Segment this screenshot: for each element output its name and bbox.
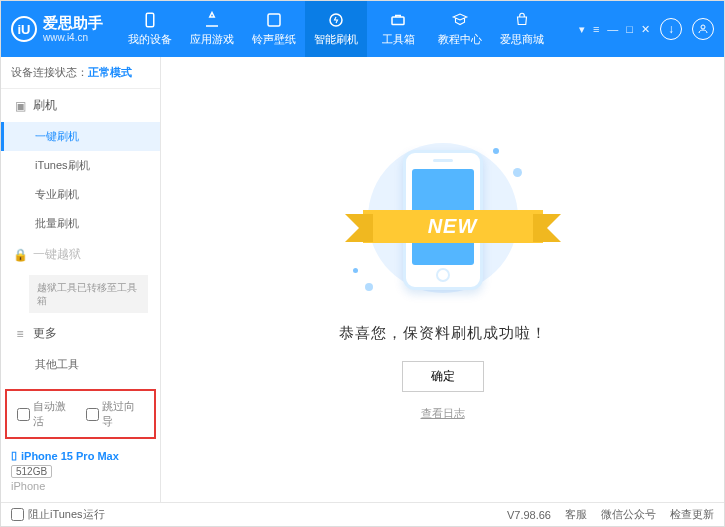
success-message: 恭喜您，保资料刷机成功啦！ <box>339 324 547 343</box>
sidebar-other-tools[interactable]: 其他工具 <box>1 350 160 379</box>
app-url: www.i4.cn <box>43 32 103 43</box>
options-highlight: 自动激活 跳过向导 <box>5 389 156 439</box>
sidebar-download-firmware[interactable]: 下载固件 <box>1 379 160 385</box>
main-nav: 我的设备 应用游戏 铃声壁纸 智能刷机 工具箱 教程中心 爱思商城 <box>119 1 553 57</box>
footer: 阻止iTunes运行 V7.98.66 客服 微信公众号 检查更新 <box>1 502 724 526</box>
tutorial-icon <box>451 11 469 29</box>
svg-rect-1 <box>268 14 280 26</box>
group-more[interactable]: ≡更多 <box>1 317 160 350</box>
close-icon[interactable]: ✕ <box>641 23 650 36</box>
more-icon: ≡ <box>13 327 27 341</box>
logo: iU 爱思助手 www.i4.cn <box>11 15 103 43</box>
sidebar-pro-flash[interactable]: 专业刷机 <box>1 180 160 209</box>
maximize-icon[interactable]: □ <box>626 23 633 36</box>
jailbreak-note: 越狱工具已转移至工具箱 <box>29 275 148 313</box>
lock-icon: 🔒 <box>13 248 27 262</box>
nav-store[interactable]: 爱思商城 <box>491 1 553 57</box>
window-controls: ▾ ≡ ― □ ✕ <box>579 23 650 36</box>
nav-ringtones[interactable]: 铃声壁纸 <box>243 1 305 57</box>
phone-icon: ▯ <box>11 449 17 462</box>
sidebar-oneclick-flash[interactable]: 一键刷机 <box>1 122 160 151</box>
main-content: NEW 恭喜您，保资料刷机成功啦！ 确定 查看日志 <box>161 57 724 502</box>
nav-smart-flash[interactable]: 智能刷机 <box>305 1 367 57</box>
toolbox-icon <box>389 11 407 29</box>
minimize-icon[interactable]: ― <box>607 23 618 36</box>
svg-rect-3 <box>392 17 404 25</box>
new-ribbon: NEW <box>363 210 543 243</box>
device-icon <box>141 11 159 29</box>
svg-point-4 <box>701 25 705 29</box>
logo-icon: iU <box>11 16 37 42</box>
block-itunes-checkbox[interactable]: 阻止iTunes运行 <box>11 507 105 522</box>
svg-rect-0 <box>146 13 154 27</box>
download-button[interactable]: ↓ <box>660 18 682 40</box>
menu-icon[interactable]: ▾ <box>579 23 585 36</box>
flash-group-icon: ▣ <box>13 99 27 113</box>
app-header: iU 爱思助手 www.i4.cn 我的设备 应用游戏 铃声壁纸 智能刷机 工具… <box>1 1 724 57</box>
success-illustration: NEW <box>353 138 533 308</box>
flash-icon <box>327 11 345 29</box>
apps-icon <box>203 11 221 29</box>
sidebar-batch-flash[interactable]: 批量刷机 <box>1 209 160 238</box>
app-title: 爱思助手 <box>43 15 103 32</box>
group-jailbreak: 🔒一键越狱 <box>1 238 160 271</box>
version-label: V7.98.66 <box>507 509 551 521</box>
customer-service-link[interactable]: 客服 <box>565 507 587 522</box>
view-log-link[interactable]: 查看日志 <box>421 406 465 421</box>
group-flash[interactable]: ▣刷机 <box>1 89 160 122</box>
nav-toolbox[interactable]: 工具箱 <box>367 1 429 57</box>
skip-guide-checkbox[interactable]: 跳过向导 <box>86 399 145 429</box>
nav-my-device[interactable]: 我的设备 <box>119 1 181 57</box>
device-status: 设备连接状态：正常模式 <box>1 57 160 89</box>
wallpaper-icon <box>265 11 283 29</box>
sidebar-itunes-flash[interactable]: iTunes刷机 <box>1 151 160 180</box>
ok-button[interactable]: 确定 <box>402 361 484 392</box>
sidebar: 设备连接状态：正常模式 ▣刷机 一键刷机 iTunes刷机 专业刷机 批量刷机 … <box>1 57 161 502</box>
check-update-link[interactable]: 检查更新 <box>670 507 714 522</box>
wechat-link[interactable]: 微信公众号 <box>601 507 656 522</box>
store-icon <box>513 11 531 29</box>
nav-tutorials[interactable]: 教程中心 <box>429 1 491 57</box>
nav-apps-games[interactable]: 应用游戏 <box>181 1 243 57</box>
settings-icon[interactable]: ≡ <box>593 23 599 36</box>
device-info[interactable]: ▯iPhone 15 Pro Max 512GB iPhone <box>1 443 160 502</box>
storage-badge: 512GB <box>11 465 52 478</box>
user-button[interactable] <box>692 18 714 40</box>
auto-activate-checkbox[interactable]: 自动激活 <box>17 399 76 429</box>
